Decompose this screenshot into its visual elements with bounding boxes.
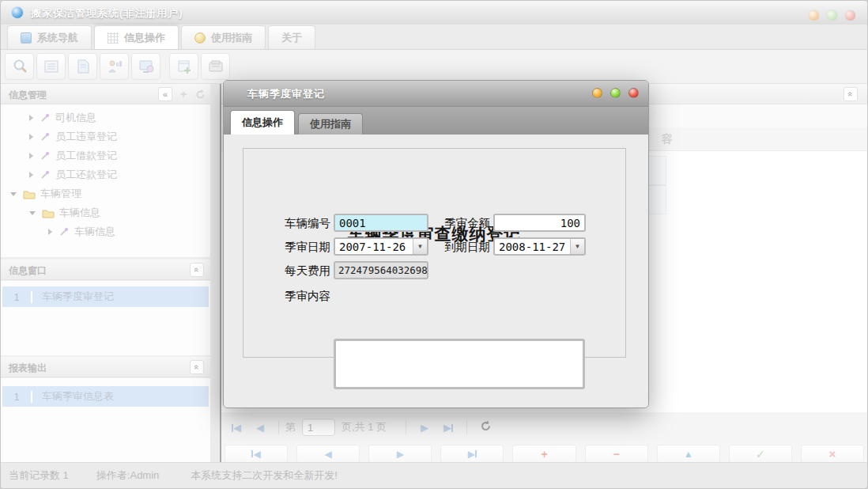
caret-right-icon[interactable] [29, 115, 33, 121]
refresh-tree-icon[interactable] [194, 87, 206, 101]
dialog-tab-user-guide[interactable]: 使用指南 [298, 113, 363, 135]
dialog-close-button[interactable] [628, 88, 639, 98]
record-count: 当前记录数 1 [9, 468, 69, 483]
main-titlebar: 搬家保洁管理系统(非注册用户) [1, 1, 867, 25]
report-output-title: 报表输出 [9, 362, 47, 375]
row-index: 1 [2, 291, 32, 303]
wand-icon [40, 150, 51, 161]
tab-info-operation[interactable]: 信息操作 [94, 25, 179, 49]
content-collapse-button[interactable]: « [843, 87, 858, 101]
search-button[interactable] [5, 53, 34, 80]
report-output-collapse-button[interactable]: « [190, 360, 204, 374]
vehicle-no-input[interactable] [334, 214, 428, 232]
amount-input[interactable] [493, 214, 586, 232]
dropdown-arrow-icon[interactable]: ▼ [413, 239, 427, 254]
report-row[interactable]: 1 车辆季审信息表 [2, 386, 209, 407]
tree-item[interactable]: 员工借款登记 [1, 146, 210, 165]
user-chart-icon [106, 58, 123, 75]
plus-icon: + [180, 88, 187, 100]
wand-icon [40, 131, 51, 142]
pager-first-button[interactable]: ◀ [225, 422, 248, 434]
content-textarea[interactable] [334, 339, 585, 389]
triangle-up-icon: ▲ [684, 449, 693, 460]
refresh-icon [195, 89, 206, 100]
window-add-button[interactable] [169, 53, 198, 80]
tree-item[interactable]: 司机信息 [1, 108, 210, 127]
app-title: 搬家保洁管理系统(非注册用户) [31, 6, 183, 21]
app-logo-icon [11, 6, 24, 19]
expire-date-label: 到期日期 [444, 240, 490, 255]
sidebar-collapse-button[interactable]: « [158, 87, 172, 101]
quarterly-review-dialog: 车辆季度审登记 信息操作 使用指南 车辆季度审查缴纳登记 车辆编号 季审金额 季… [223, 80, 649, 408]
close-button[interactable] [844, 9, 856, 21]
dialog-maximize-button[interactable] [610, 88, 621, 98]
dialog-minimize-button[interactable] [592, 88, 602, 98]
caret-right-icon[interactable] [29, 134, 33, 140]
dialog-title: 车辆季度审登记 [247, 87, 325, 101]
chevron-up-icon: « [192, 365, 202, 370]
maximize-button[interactable] [826, 9, 838, 21]
search-icon [11, 58, 28, 75]
system-nav-icon [21, 32, 32, 44]
info-window-collapse-button[interactable]: « [190, 263, 204, 277]
tree-label: 员工借款登记 [55, 149, 117, 163]
caret-right-icon[interactable] [48, 229, 52, 235]
tree-item[interactable]: 员工违章登记 [1, 127, 210, 146]
grid-prev-button[interactable]: ◀ [296, 445, 360, 463]
grid-confirm-button[interactable]: ✓ [729, 445, 792, 463]
refresh-icon [480, 420, 492, 432]
grid-first-button[interactable]: ◀ [225, 445, 288, 463]
user-chart-button[interactable] [100, 53, 129, 80]
monitor-button[interactable] [131, 53, 160, 80]
document-button[interactable] [68, 53, 97, 80]
tab-label: 使用指南 [310, 117, 351, 131]
grid-delete-button[interactable]: − [585, 445, 648, 463]
main-tabbar: 系统导航 信息操作 使用指南 关于 [1, 25, 867, 50]
pager-next-button[interactable]: ▶ [413, 422, 436, 434]
caret-down-icon[interactable] [29, 211, 36, 215]
tab-label: 关于 [281, 31, 302, 45]
review-date-select[interactable]: 2007-11-26 ▼ [334, 237, 428, 256]
caret-down-glyph: ▼ [417, 243, 424, 250]
tab-about[interactable]: 关于 [268, 25, 315, 49]
grid-add-button[interactable]: + [512, 445, 576, 463]
info-window-row[interactable]: 1 车辆季度审登记 [2, 286, 209, 307]
caret-right-icon[interactable] [29, 172, 33, 178]
archive-icon [207, 58, 225, 75]
grid-last-button[interactable]: ▶ [440, 445, 504, 463]
grid-edit-button[interactable]: ▲ [657, 445, 720, 463]
dropdown-arrow-icon[interactable]: ▼ [570, 239, 584, 254]
report-output-list: 1 车辆季审信息表 [1, 378, 210, 462]
caret-right-icon[interactable] [29, 153, 33, 159]
tab-system-nav[interactable]: 系统导航 [7, 25, 92, 49]
dialog-titlebar[interactable]: 车辆季度审登记 [224, 81, 648, 107]
pager-last-button[interactable]: ▶ [436, 422, 460, 434]
chevron-up-icon: « [846, 92, 855, 97]
tree-item[interactable]: 车辆管理 [1, 184, 210, 203]
grid-cancel-button[interactable]: × [801, 445, 864, 463]
tree-label: 员工违章登记 [55, 130, 117, 144]
caret-down-icon[interactable] [10, 192, 17, 196]
tree-item[interactable]: 车辆信息 [1, 222, 210, 241]
report-output-header: 报表输出 « [1, 357, 210, 377]
page-number-input[interactable] [302, 419, 335, 436]
info-window-title: 信息窗口 [9, 264, 47, 278]
folder-icon [42, 207, 55, 218]
dialog-tab-info-operation[interactable]: 信息操作 [230, 110, 295, 135]
add-node-icon[interactable]: + [177, 87, 190, 101]
document-icon [74, 58, 92, 75]
expire-date-select[interactable]: 2008-11-27 ▼ [493, 237, 586, 256]
minimize-button[interactable] [808, 9, 820, 21]
tree-item[interactable]: 车辆信息 [1, 203, 210, 222]
tab-user-guide[interactable]: 使用指南 [181, 25, 266, 49]
collapse-left-icon: « [163, 89, 168, 99]
tree-item[interactable]: 员工还款登记 [1, 165, 210, 184]
grid-toolbar: ◀ ◀ ▶ ▶ + − ▲ ✓ × [225, 445, 864, 464]
grid-next-button[interactable]: ▶ [368, 445, 432, 463]
pager-prev-button[interactable]: ◀ [248, 422, 272, 434]
pager-prefix: 第 [285, 420, 296, 434]
archive-button[interactable] [201, 53, 230, 80]
report-button[interactable] [36, 53, 66, 80]
next-icon: ▶ [397, 449, 404, 460]
pager-refresh-button[interactable] [474, 420, 497, 434]
